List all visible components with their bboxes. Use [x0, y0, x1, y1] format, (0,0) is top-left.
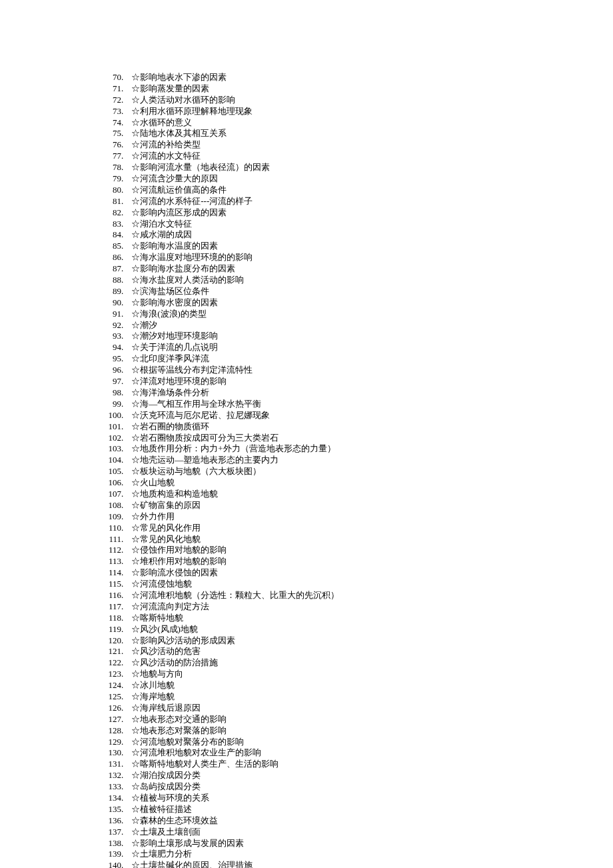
item-text: ☆常见的风化作用 [131, 523, 201, 534]
item-dot: . [121, 489, 131, 500]
item-text: ☆影响流水侵蚀的因素 [131, 567, 218, 579]
item-dot: . [121, 579, 131, 590]
item-number: 94 [97, 342, 121, 353]
item-text: ☆影响河流水量（地表径流）的因素 [131, 162, 270, 173]
item-dot: . [121, 72, 131, 83]
item-text: ☆河流含沙量大的原因 [131, 173, 218, 185]
item-dot: . [121, 241, 131, 252]
item-text: ☆河流堆积地貌对农业生产的影响 [131, 747, 261, 759]
item-dot: . [121, 117, 131, 129]
item-text: ☆喀斯特地貌 [131, 613, 183, 624]
item-text: ☆影响风沙活动的形成因素 [131, 635, 235, 647]
item-text: ☆河流堆积地貌（分选性：颗粒大、比重大的先沉积） [131, 590, 339, 601]
item-number: 97 [97, 376, 121, 387]
item-text: ☆利用水循环原理解释地理现象 [131, 106, 253, 117]
item-dot: . [121, 297, 131, 309]
list-item: 71.☆影响蒸发量的因素 [97, 83, 613, 95]
list-item: 119.☆风沙(风成)地貌 [97, 624, 613, 635]
list-item: 97.☆洋流对地理环境的影响 [97, 376, 613, 387]
item-text: ☆河流的水系特征---河流的样子 [131, 196, 253, 207]
item-number: 93 [97, 331, 121, 342]
list-item: 101.☆岩石圈的物质循环 [97, 421, 613, 433]
item-text: ☆海水温度对地理环境的的影响 [131, 252, 253, 263]
list-item: 132.☆湖泊按成因分类 [97, 770, 613, 781]
item-text: ☆风沙活动的防治措施 [131, 657, 218, 669]
item-dot: . [121, 309, 131, 320]
item-text: ☆河流的水文特征 [131, 151, 201, 162]
item-text: ☆海岸地貌 [131, 691, 175, 703]
item-number: 112 [97, 545, 121, 556]
list-item: 138.☆影响土壤形成与发展的因素 [97, 838, 613, 849]
list-item: 96.☆根据等温线分布判定洋流特性 [97, 365, 613, 376]
item-dot: . [121, 613, 131, 624]
list-item: 99.☆海—气相互作用与全球水热平衡 [97, 399, 613, 410]
item-number: 85 [97, 241, 121, 252]
item-text: ☆森林的生态环境效益 [131, 815, 218, 827]
item-text: ☆岩石圈物质按成因可分为三大类岩石 [131, 433, 279, 444]
item-dot: . [121, 691, 131, 703]
item-number: 121 [97, 646, 121, 657]
list-item: 91.☆海浪(波浪)的类型 [97, 309, 613, 320]
list-item: 121.☆风沙活动的危害 [97, 646, 613, 657]
item-text: ☆河流地貌对聚落分布的影响 [131, 737, 244, 748]
item-dot: . [121, 601, 131, 613]
item-number: 101 [97, 421, 121, 433]
item-number: 113 [97, 556, 121, 567]
item-dot: . [121, 106, 131, 117]
item-text: ☆地表形态对交通的影响 [131, 714, 227, 725]
item-dot: . [121, 433, 131, 444]
item-dot: . [121, 545, 131, 556]
list-item: 73.☆利用水循环原理解释地理现象 [97, 106, 613, 117]
item-text: ☆影响内流区形成的因素 [131, 207, 227, 219]
item-dot: . [121, 860, 131, 868]
item-number: 84 [97, 229, 121, 241]
item-text: ☆影响海水温度的因素 [131, 241, 218, 252]
item-text: ☆喀斯特地貌对人类生产、生活的影响 [131, 759, 279, 770]
list-item: 127.☆地表形态对交通的影响 [97, 714, 613, 725]
list-item: 122.☆风沙活动的防治措施 [97, 657, 613, 669]
item-text: ☆岛屿按成因分类 [131, 781, 201, 793]
item-dot: . [121, 353, 131, 365]
list-item: 87.☆影响海水盐度分布的因素 [97, 263, 613, 275]
item-text: ☆海岸线后退原因 [131, 703, 201, 714]
item-text: ☆潮汐 [131, 320, 157, 331]
list-item: 131.☆喀斯特地貌对人类生产、生活的影响 [97, 759, 613, 770]
item-number: 99 [97, 399, 121, 410]
item-dot: . [121, 139, 131, 151]
item-dot: . [121, 95, 131, 106]
item-number: 70 [97, 72, 121, 83]
item-text: ☆风沙(风成)地貌 [131, 624, 198, 635]
item-dot: . [121, 759, 131, 770]
item-number: 79 [97, 173, 121, 185]
item-dot: . [121, 320, 131, 331]
item-text: ☆冰川地貌 [131, 680, 175, 691]
item-number: 123 [97, 669, 121, 680]
item-text: ☆滨海盐场区位条件 [131, 286, 209, 297]
item-dot: . [121, 421, 131, 433]
item-number: 114 [97, 567, 121, 579]
item-number: 132 [97, 770, 121, 781]
item-number: 122 [97, 657, 121, 669]
item-number: 74 [97, 117, 121, 129]
item-number: 109 [97, 511, 121, 523]
item-number: 75 [97, 128, 121, 139]
item-dot: . [121, 827, 131, 838]
list-item: 103.☆地质作用分析：内力+外力（营造地表形态的力量） [97, 443, 613, 455]
list-item: 93.☆潮汐对地理环境影响 [97, 331, 613, 342]
item-number: 116 [97, 590, 121, 601]
item-number: 115 [97, 579, 121, 590]
item-text: ☆岩石圈的物质循环 [131, 421, 209, 433]
item-number: 80 [97, 185, 121, 196]
list-item: 112.☆侵蚀作用对地貌的影响 [97, 545, 613, 556]
item-number: 72 [97, 95, 121, 106]
list-item: 74.☆水循环的意义 [97, 117, 613, 129]
item-text: ☆沃克环流与厄尔尼诺、拉尼娜现象 [131, 410, 270, 421]
item-number: 95 [97, 353, 121, 365]
item-dot: . [121, 387, 131, 399]
list-item: 82.☆影响内流区形成的因素 [97, 207, 613, 219]
list-item: 135.☆植被特征描述 [97, 804, 613, 815]
list-item: 78.☆影响河流水量（地表径流）的因素 [97, 162, 613, 173]
item-number: 83 [97, 219, 121, 230]
item-dot: . [121, 804, 131, 815]
list-item: 136.☆森林的生态环境效益 [97, 815, 613, 827]
